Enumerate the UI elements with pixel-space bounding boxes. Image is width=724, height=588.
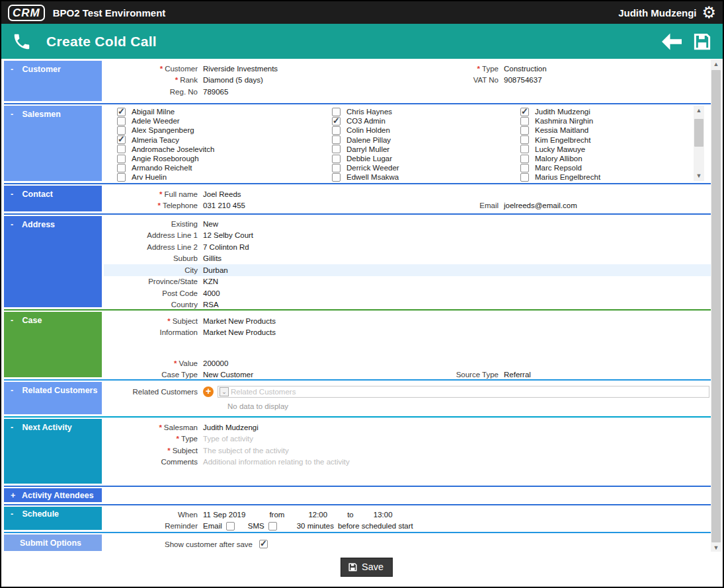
- sourcetype-field[interactable]: Referral: [504, 371, 531, 379]
- salesman-checkbox-row[interactable]: Malory Allibon: [520, 154, 600, 163]
- show-customer-checkbox[interactable]: [259, 540, 268, 548]
- scroll-up-icon[interactable]: ▲: [694, 106, 704, 116]
- salesman-checkbox-row[interactable]: Kessia Maitland: [520, 126, 600, 135]
- scroll-up-icon[interactable]: ▲: [711, 59, 721, 69]
- reminder-sms-checkbox[interactable]: [268, 522, 277, 531]
- related-dropdown-checkbox-icon[interactable]: ⌄: [220, 387, 229, 396]
- salesman-checkbox-row[interactable]: Dalene Pillay: [332, 135, 399, 145]
- checkbox[interactable]: [117, 117, 126, 126]
- checkbox[interactable]: [520, 164, 529, 172]
- regno-field[interactable]: 789065: [203, 88, 228, 96]
- sidebar-item-address[interactable]: - Address: [4, 216, 102, 307]
- salesman-checkbox-row[interactable]: CO3 Admin: [332, 116, 399, 126]
- salesman-checkbox-row[interactable]: Armando Reichelt: [117, 163, 214, 172]
- checkbox[interactable]: [332, 126, 341, 135]
- checkbox[interactable]: [520, 135, 529, 144]
- checkbox[interactable]: [332, 117, 341, 126]
- checkbox[interactable]: [520, 155, 529, 163]
- salesman-checkbox-row[interactable]: Colin Holden: [332, 126, 399, 135]
- casetype-field[interactable]: New Customer: [203, 371, 253, 379]
- settings-gear-icon[interactable]: ⚙: [702, 5, 716, 20]
- related-customers-input[interactable]: ⌄ Related Customers: [218, 386, 709, 398]
- checkbox[interactable]: [332, 173, 341, 182]
- salesman-checkbox-row[interactable]: Chris Haynes: [332, 107, 399, 116]
- telephone-field[interactable]: 031 210 455: [203, 202, 245, 209]
- address1-field[interactable]: 12 Selby Court: [203, 231, 253, 239]
- sidebar-item-customer[interactable]: - Customer: [4, 61, 102, 101]
- scroll-down-icon[interactable]: ▼: [694, 171, 704, 181]
- sidebar-item-salesmen[interactable]: - Salesmen: [4, 106, 102, 181]
- scrollbar-thumb[interactable]: [711, 70, 721, 542]
- salesman-checkbox-row[interactable]: Marc Repsold: [520, 163, 600, 172]
- salesman-checkbox-row[interactable]: Judith Mudzengi: [520, 107, 600, 116]
- salesman-checkbox-row[interactable]: Edwell Msakwa: [332, 172, 399, 182]
- activity-comments-field[interactable]: Additional information relating to the a…: [203, 458, 350, 466]
- existing-field[interactable]: New: [203, 220, 218, 228]
- add-related-customer-icon[interactable]: +: [203, 386, 214, 397]
- sidebar-item-submit-options[interactable]: Submit Options: [4, 534, 102, 551]
- salesman-checkbox-row[interactable]: Adele Weeder: [117, 116, 214, 126]
- salesman-checkbox-row[interactable]: Almeria Teacy: [117, 135, 214, 145]
- salesmen-scrollbar[interactable]: ▲ ▼: [694, 106, 704, 181]
- checkbox[interactable]: [520, 145, 529, 153]
- checkbox[interactable]: [332, 108, 341, 116]
- salesman-checkbox-row[interactable]: Debbie Lugar: [332, 154, 399, 163]
- salesman-checkbox-row[interactable]: Abigail Milne: [117, 107, 214, 116]
- to-time-field[interactable]: 13:00: [374, 511, 393, 519]
- activity-subject-field[interactable]: The subject of the activity: [203, 447, 289, 455]
- checkbox[interactable]: [117, 155, 126, 163]
- rank-field[interactable]: Diamond (5 days): [203, 76, 263, 84]
- sidebar-item-schedule[interactable]: - Schedule: [4, 507, 102, 530]
- salesman-checkbox-row[interactable]: Andromache Joselevitch: [117, 145, 214, 154]
- sidebar-item-activity-attendees[interactable]: + Activity Attendees: [4, 488, 102, 502]
- checkbox[interactable]: [520, 117, 529, 126]
- back-arrow-icon[interactable]: [662, 32, 682, 52]
- suburb-field[interactable]: Gillits: [203, 254, 221, 262]
- activity-type-field[interactable]: Type of activity: [203, 435, 253, 443]
- value-field[interactable]: 200000: [203, 359, 228, 367]
- reminder-minutes-field[interactable]: 30 minutes: [297, 522, 334, 530]
- address2-field[interactable]: 7 Colinton Rd: [203, 243, 249, 251]
- country-field[interactable]: RSA: [203, 301, 219, 309]
- information-field[interactable]: Market New Products: [203, 328, 276, 336]
- sidebar-item-next-activity[interactable]: - Next Activity: [4, 419, 102, 484]
- checkbox[interactable]: [117, 173, 126, 182]
- customer-field[interactable]: Riverside Investments: [203, 65, 278, 73]
- checkbox[interactable]: [520, 173, 529, 182]
- checkbox[interactable]: [332, 155, 341, 163]
- vat-field[interactable]: 908754637: [504, 76, 542, 84]
- salesman-checkbox-row[interactable]: Angie Roseborough: [117, 154, 214, 163]
- city-field[interactable]: Durban: [203, 266, 228, 274]
- scrollbar-thumb[interactable]: [694, 119, 704, 147]
- checkbox[interactable]: [117, 164, 126, 172]
- salesman-checkbox-row[interactable]: Derrick Weeder: [332, 163, 399, 172]
- salesman-checkbox-row[interactable]: Marius Engelbrecht: [520, 172, 600, 182]
- when-date-field[interactable]: 11 Sep 2019: [203, 511, 245, 519]
- checkbox[interactable]: [520, 126, 529, 135]
- fullname-field[interactable]: Joel Reeds: [203, 190, 241, 198]
- salesman-checkbox-row[interactable]: Alex Spangenberg: [117, 126, 214, 135]
- checkbox[interactable]: [332, 145, 341, 153]
- sidebar-item-contact[interactable]: - Contact: [4, 186, 102, 211]
- reminder-email-checkbox[interactable]: [226, 522, 235, 531]
- save-button[interactable]: Save: [341, 558, 393, 577]
- activity-salesman-field[interactable]: Judith Mudzengi: [203, 423, 259, 431]
- checkbox[interactable]: [117, 145, 126, 153]
- checkbox[interactable]: [332, 164, 341, 172]
- save-floppy-icon[interactable]: [692, 32, 712, 52]
- salesman-checkbox-row[interactable]: Kim Engelbrecht: [520, 135, 600, 145]
- checkbox[interactable]: [117, 126, 126, 135]
- postcode-field[interactable]: 4000: [203, 289, 220, 297]
- province-field[interactable]: KZN: [203, 277, 218, 285]
- salesman-checkbox-row[interactable]: Arv Huelin: [117, 172, 214, 182]
- checkbox[interactable]: [117, 135, 126, 144]
- salesman-checkbox-row[interactable]: Lucky Mawuye: [520, 145, 600, 154]
- salesman-checkbox-row[interactable]: Kashmira Nirghin: [520, 116, 600, 126]
- checkbox[interactable]: [520, 108, 529, 116]
- from-time-field[interactable]: 12:00: [308, 511, 327, 519]
- checkbox[interactable]: [117, 108, 126, 116]
- checkbox[interactable]: [332, 135, 341, 144]
- salesman-checkbox-row[interactable]: Darryl Muller: [332, 145, 399, 154]
- sidebar-item-case[interactable]: - Case: [4, 312, 102, 377]
- main-scrollbar[interactable]: ▲ ▼: [711, 59, 721, 553]
